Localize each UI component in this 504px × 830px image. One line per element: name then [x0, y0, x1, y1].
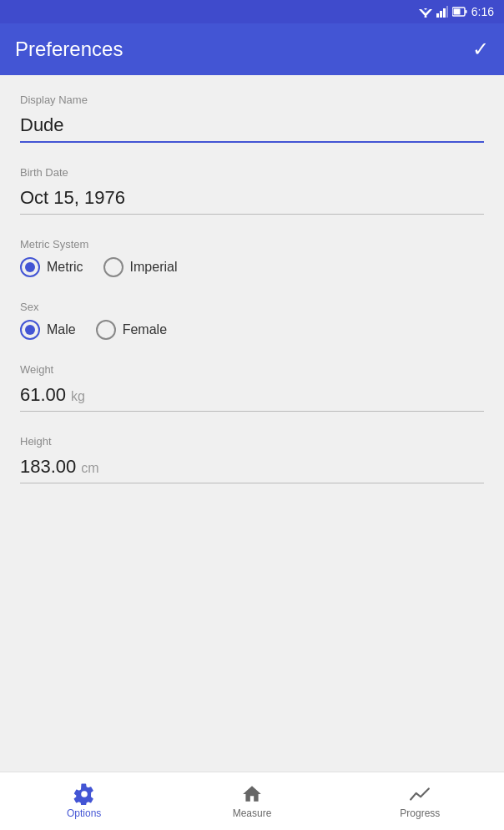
measure-icon	[241, 783, 263, 805]
female-radio-label: Female	[123, 322, 167, 337]
weight-value-container[interactable]: 61.00 kg	[20, 381, 484, 412]
svg-rect-5	[440, 11, 442, 18]
signal-icon	[436, 6, 448, 18]
birth-date-field: Birth Date Oct 15, 1976	[20, 148, 484, 220]
imperial-radio-item[interactable]: Imperial	[103, 257, 178, 277]
nav-label-progress: Progress	[400, 807, 440, 819]
metric-system-radio-group: Metric Imperial	[20, 257, 484, 277]
bottom-nav: Options Measure Progress	[0, 772, 504, 830]
height-value: 183.00	[20, 456, 76, 478]
options-icon	[73, 783, 95, 805]
svg-rect-9	[465, 10, 466, 13]
height-value-container[interactable]: 183.00 cm	[20, 453, 484, 483]
metric-system-field: Metric System Metric Imperial	[20, 220, 484, 282]
weight-label: Weight	[20, 363, 484, 376]
height-unit: cm	[81, 461, 98, 476]
weight-unit: kg	[71, 389, 85, 404]
weight-value: 61.00	[20, 384, 66, 406]
weight-field: Weight 61.00 kg	[20, 345, 484, 417]
imperial-radio-circle	[103, 257, 123, 277]
svg-rect-4	[436, 13, 439, 18]
nav-label-options: Options	[67, 807, 101, 819]
preferences-content: Display Name Birth Date Oct 15, 1976 Met…	[0, 75, 504, 772]
metric-radio-circle	[20, 257, 40, 277]
male-radio-label: Male	[47, 322, 76, 337]
birth-date-label: Birth Date	[20, 166, 484, 179]
status-time: 6:16	[471, 5, 494, 18]
battery-icon	[452, 7, 467, 17]
metric-system-label: Metric System	[20, 238, 484, 251]
display-name-input[interactable]	[20, 111, 484, 143]
svg-point-3	[424, 16, 426, 18]
nav-item-progress[interactable]: Progress	[336, 783, 504, 819]
sex-label: Sex	[20, 301, 484, 313]
save-button[interactable]: ✓	[472, 38, 489, 61]
app-bar: Preferences ✓	[0, 23, 504, 75]
progress-icon	[409, 783, 431, 805]
status-bar: 6:16	[0, 0, 504, 23]
display-name-field: Display Name	[20, 75, 484, 148]
sex-field: Sex Male Female	[20, 282, 484, 345]
female-radio-circle	[96, 320, 116, 340]
male-radio-circle	[20, 320, 40, 340]
svg-rect-10	[453, 9, 460, 15]
nav-item-measure[interactable]: Measure	[168, 783, 335, 819]
male-radio-item[interactable]: Male	[20, 320, 76, 340]
birth-date-value: Oct 15, 1976	[20, 187, 125, 209]
svg-rect-6	[443, 8, 446, 18]
female-radio-item[interactable]: Female	[96, 320, 167, 340]
birth-date-value-container[interactable]: Oct 15, 1976	[20, 184, 484, 215]
display-name-label: Display Name	[20, 94, 484, 106]
svg-rect-7	[446, 6, 448, 18]
metric-radio-label: Metric	[47, 260, 83, 275]
metric-radio-item[interactable]: Metric	[20, 257, 83, 277]
status-icons: 6:16	[419, 5, 494, 18]
imperial-radio-label: Imperial	[130, 260, 178, 275]
wifi-icon	[419, 6, 432, 18]
nav-item-options[interactable]: Options	[0, 783, 168, 819]
height-label: Height	[20, 435, 484, 448]
app-bar-title: Preferences	[15, 38, 123, 61]
sex-radio-group: Male Female	[20, 320, 484, 340]
height-field: Height 183.00 cm	[20, 417, 484, 488]
nav-label-measure: Measure	[233, 807, 272, 819]
